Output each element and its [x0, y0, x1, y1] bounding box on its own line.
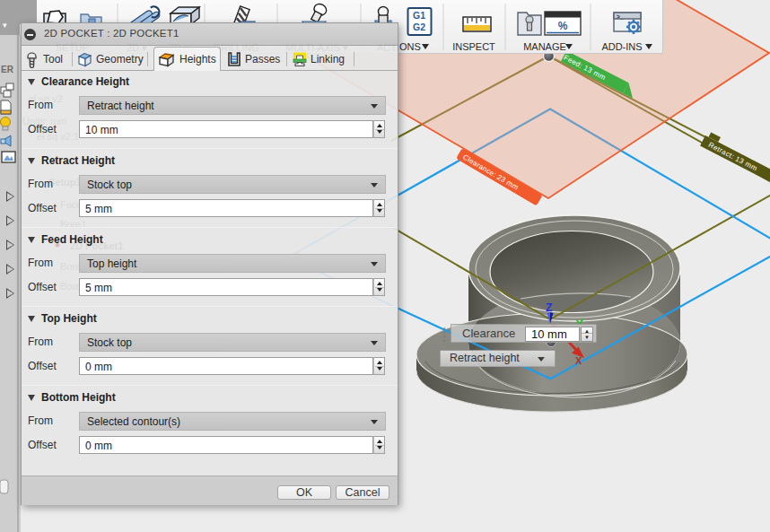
svg-text:INSPECT: INSPECT	[452, 41, 495, 52]
svg-text:%: %	[558, 20, 568, 32]
svg-text:Z: Z	[546, 301, 553, 314]
svg-text:>_: >_	[617, 14, 624, 21]
svg-text:G2: G2	[413, 22, 425, 32]
svg-text:ER: ER	[1, 65, 14, 74]
svg-text:G1: G1	[413, 10, 425, 21]
svg-text:ADD-INS: ADD-INS	[601, 41, 642, 52]
svg-text:X: X	[575, 355, 582, 366]
svg-text:MANAGE: MANAGE	[523, 41, 566, 52]
